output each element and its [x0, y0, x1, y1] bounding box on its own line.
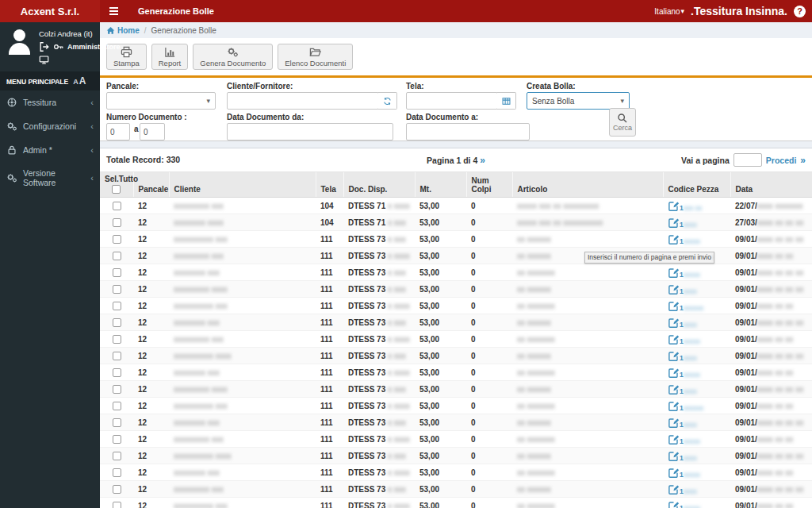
page-number-input[interactable] — [733, 153, 762, 167]
creata-bolla-select[interactable]: Senza Bolla ▾ — [527, 92, 630, 110]
row-checkbox[interactable] — [113, 352, 121, 360]
edit-pezza-icon[interactable] — [668, 383, 680, 395]
procedi-link[interactable]: Procedi — [766, 156, 797, 165]
edit-pezza-icon[interactable] — [668, 233, 680, 245]
row-checkbox[interactable] — [113, 468, 121, 477]
row-checkbox[interactable] — [113, 252, 121, 260]
language-dropdown[interactable]: Italiano ▾ — [654, 7, 684, 16]
cell-num-colpi: 0 — [466, 331, 512, 348]
tela-lookup-button[interactable] — [497, 92, 516, 110]
row-checkbox[interactable] — [113, 402, 121, 410]
cell-articolo: xx xxxxxx — [512, 231, 663, 248]
cell-mt: 53,00 — [415, 214, 466, 231]
edit-pezza-icon[interactable] — [668, 350, 680, 362]
hamburger-menu-icon[interactable] — [100, 0, 127, 22]
tela-input[interactable] — [406, 92, 498, 110]
pezza-link[interactable]: 1xxxxx — [680, 271, 700, 279]
logout-icon[interactable] — [39, 41, 50, 52]
row-checkbox[interactable] — [113, 368, 121, 377]
pezza-link[interactable]: 1xxxx — [680, 221, 697, 229]
procedi-icon[interactable]: » — [800, 155, 806, 166]
cliente-refresh-button[interactable] — [378, 92, 397, 110]
monitor-icon[interactable] — [39, 55, 49, 65]
row-checkbox[interactable] — [113, 235, 121, 244]
edit-pezza-icon[interactable] — [668, 367, 680, 379]
row-checkbox[interactable] — [113, 452, 121, 460]
next-page-icon[interactable]: » — [480, 155, 485, 166]
pezza-link[interactable]: 1xxxx — [680, 487, 697, 495]
cell-articolo: xx xxxxxx — [512, 414, 663, 431]
pezza-link[interactable]: 1xxxxxx — [680, 404, 703, 412]
row-checkbox[interactable] — [113, 385, 121, 394]
edit-pezza-icon[interactable] — [668, 433, 680, 445]
pezza-link[interactable]: 1xxxx — [680, 421, 697, 429]
pezza-link[interactable]: 1xxxx — [680, 287, 697, 295]
pezza-link[interactable]: 1xxxxx — [680, 237, 700, 245]
edit-pezza-icon[interactable] — [668, 283, 680, 295]
pezza-link[interactable]: 1xxx xx — [680, 204, 702, 212]
data-a-input[interactable] — [406, 123, 530, 140]
cell-select — [100, 431, 133, 448]
elenco-documenti-button[interactable]: Elenco Documenti — [278, 44, 353, 70]
pancale-select[interactable]: ▾ — [106, 92, 216, 110]
pezza-link[interactable]: 1xxxx — [680, 454, 697, 462]
numero-da-input[interactable] — [106, 123, 130, 140]
row-checkbox[interactable] — [113, 335, 121, 344]
report-button[interactable]: Report — [151, 44, 189, 70]
row-checkbox[interactable] — [113, 318, 121, 327]
edit-pezza-icon[interactable] — [668, 417, 680, 429]
row-checkbox[interactable] — [113, 435, 121, 444]
edit-pezza-icon[interactable] — [668, 217, 680, 229]
edit-pezza-icon[interactable] — [668, 500, 680, 508]
edit-pezza-icon[interactable] — [668, 300, 680, 312]
font-size-toggle[interactable]: AA — [73, 75, 86, 87]
cell-articolo: xx xxxxxx — [512, 448, 663, 464]
data-da-input[interactable] — [227, 123, 393, 140]
edit-pezza-icon[interactable] — [668, 267, 680, 279]
pezza-link[interactable]: 1xxxxx — [680, 337, 700, 345]
cell-codice-pezza: 1xxxxx — [663, 498, 730, 508]
row-checkbox[interactable] — [113, 485, 121, 494]
cell-select — [100, 264, 133, 281]
select-all-checkbox[interactable] — [112, 185, 121, 194]
pezza-link[interactable]: 1xxxx — [680, 354, 697, 362]
pezza-link[interactable]: 1xxxx — [680, 321, 697, 329]
edit-pezza-icon[interactable] — [668, 400, 680, 412]
row-checkbox[interactable] — [113, 502, 121, 508]
pezza-link[interactable]: 1xxxx — [680, 387, 697, 395]
edit-pezza-icon[interactable] — [668, 200, 680, 212]
edit-pezza-icon[interactable] — [668, 483, 680, 495]
pezza-link[interactable]: 1xxxxx — [680, 371, 700, 379]
sidebar-item-tessitura[interactable]: Tessitura ‹ — [0, 90, 100, 114]
row-checkbox[interactable] — [113, 285, 121, 294]
edit-pezza-icon[interactable] — [668, 450, 680, 462]
row-checkbox[interactable] — [113, 302, 121, 310]
cell-num-colpi: 0 — [466, 298, 512, 314]
cell-codice-pezza: 1xxxx — [663, 381, 730, 398]
help-icon[interactable]: ? — [794, 6, 806, 17]
cerca-button[interactable]: Cerca — [609, 108, 636, 137]
sidebar-item-configurazioni[interactable]: Configurazioni ‹ — [0, 114, 100, 138]
cell-doc-disp: DTESS 71 x xxxx — [343, 198, 415, 214]
cell-doc-disp: DTESS 73 x xxxx — [343, 364, 415, 381]
cell-data: 09/01/xxxx xx xx xx — [730, 448, 812, 464]
numero-a-input[interactable] — [140, 123, 165, 140]
row-checkbox[interactable] — [113, 418, 121, 427]
edit-pezza-icon[interactable] — [668, 467, 680, 479]
pezza-link[interactable]: 1xxxxx — [680, 504, 700, 508]
pezza-link[interactable]: 1xxxxxx — [680, 304, 703, 312]
edit-pezza-icon[interactable] — [668, 317, 680, 329]
edit-pezza-icon[interactable] — [668, 333, 680, 345]
app-logo[interactable]: Acxent S.r.l. — [0, 0, 100, 22]
cliente-fornitore-input[interactable] — [227, 92, 379, 110]
row-checkbox[interactable] — [113, 218, 121, 227]
pezza-link[interactable]: 1xxxxx — [680, 471, 700, 479]
sidebar-item-versione-software[interactable]: Versione Software ‹ — [0, 162, 100, 194]
sidebar-item-admin[interactable]: Admin * ‹ — [0, 138, 100, 162]
cell-select — [100, 331, 133, 348]
pezza-link[interactable]: 1xxxxx — [680, 437, 700, 445]
genera-documento-button[interactable]: Genera Documento — [193, 44, 273, 70]
row-checkbox[interactable] — [113, 268, 121, 277]
filter-panel: Pancale: ▾ Cliente/Fornitore: Tela: Crea… — [100, 78, 812, 141]
row-checkbox[interactable] — [113, 202, 121, 210]
